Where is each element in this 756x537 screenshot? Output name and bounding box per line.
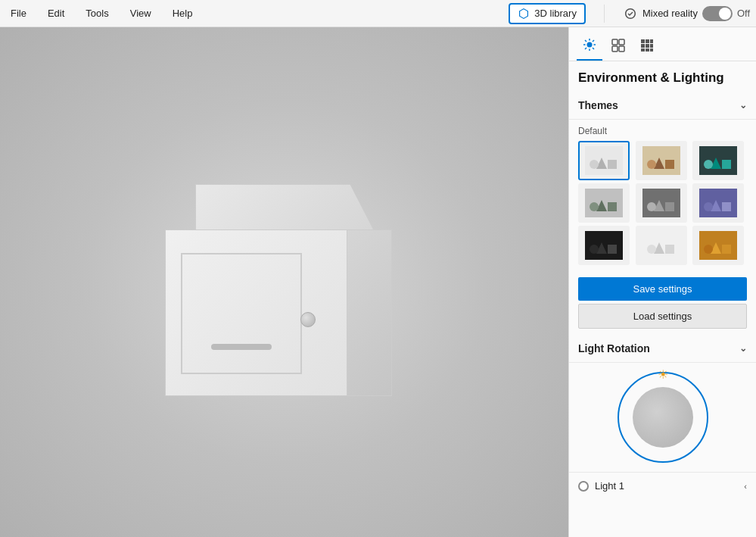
right-panel: Environment & Lighting Themes ⌄ Default bbox=[568, 27, 756, 537]
mixed-reality-section: Mixed reality Off bbox=[623, 6, 750, 21]
menu-edit[interactable]: Edit bbox=[43, 5, 69, 22]
svg-rect-11 bbox=[612, 46, 618, 52]
svg-rect-14 bbox=[646, 39, 649, 43]
theme-preview-4 bbox=[580, 185, 628, 221]
light-1-label: Light 1 bbox=[595, 480, 624, 492]
svg-rect-15 bbox=[650, 39, 653, 43]
svg-line-5 bbox=[585, 40, 586, 42]
svg-rect-22 bbox=[585, 146, 623, 175]
theme-item-7[interactable] bbox=[578, 226, 630, 265]
svg-point-53 bbox=[647, 245, 656, 254]
theme-item-6[interactable] bbox=[692, 183, 744, 223]
svg-rect-21 bbox=[650, 48, 653, 52]
menu-file[interactable]: File bbox=[6, 5, 31, 22]
box-handle bbox=[211, 344, 272, 350]
theme-item-5[interactable] bbox=[636, 183, 687, 223]
svg-rect-26 bbox=[642, 146, 680, 175]
theme-preview-8 bbox=[637, 227, 686, 264]
svg-rect-18 bbox=[650, 44, 653, 48]
theme-item-2[interactable] bbox=[636, 141, 687, 180]
svg-line-7 bbox=[593, 40, 594, 42]
light-1-left: Light 1 bbox=[578, 480, 624, 492]
svg-rect-48 bbox=[608, 245, 617, 254]
svg-rect-30 bbox=[699, 146, 737, 175]
svg-point-0 bbox=[587, 42, 593, 48]
box-door bbox=[181, 253, 302, 374]
svg-rect-46 bbox=[585, 231, 623, 260]
svg-point-41 bbox=[647, 202, 656, 211]
themes-content: Default bbox=[569, 120, 756, 271]
svg-rect-10 bbox=[619, 39, 624, 45]
svg-rect-54 bbox=[699, 231, 737, 260]
svg-point-29 bbox=[647, 160, 656, 169]
light-1-radio[interactable] bbox=[578, 481, 589, 492]
menubar: File Edit Tools View Help 3D library Mix… bbox=[0, 0, 756, 27]
box-right-face bbox=[347, 229, 392, 396]
light-rotation-content: ☀ bbox=[569, 363, 756, 472]
themes-grid bbox=[578, 141, 747, 265]
theme-item-8[interactable] bbox=[636, 226, 687, 265]
svg-rect-17 bbox=[646, 44, 649, 48]
svg-rect-32 bbox=[722, 160, 731, 169]
light-1-item[interactable]: Light 1 ‹ bbox=[569, 472, 756, 499]
separator bbox=[604, 5, 605, 23]
svg-point-37 bbox=[590, 202, 599, 211]
light-rotation-chevron: ⌄ bbox=[739, 343, 747, 354]
sun-icon: ☀ bbox=[658, 367, 668, 382]
theme-preview-3 bbox=[694, 142, 742, 179]
save-settings-button[interactable]: Save settings bbox=[578, 277, 747, 301]
svg-rect-12 bbox=[619, 46, 624, 52]
viewport[interactable] bbox=[0, 27, 568, 537]
menu-view[interactable]: View bbox=[126, 5, 156, 22]
main-content: Environment & Lighting Themes ⌄ Default bbox=[0, 27, 756, 537]
svg-rect-56 bbox=[722, 245, 731, 254]
svg-rect-19 bbox=[641, 48, 645, 52]
svg-rect-28 bbox=[665, 160, 674, 169]
sun-tab-icon bbox=[583, 38, 596, 52]
3d-library-button[interactable]: 3D library bbox=[509, 3, 586, 24]
svg-point-49 bbox=[590, 245, 599, 254]
layout-tab-icon bbox=[640, 39, 654, 52]
grid-tab-icon bbox=[611, 39, 625, 52]
theme-item-4[interactable] bbox=[578, 183, 630, 223]
3d-box bbox=[135, 184, 377, 381]
section-title: Environment & Lighting bbox=[569, 61, 756, 92]
box-front-face bbox=[165, 229, 377, 396]
svg-line-6 bbox=[593, 48, 594, 49]
cube-icon bbox=[518, 8, 530, 20]
theme-item-9[interactable] bbox=[692, 226, 744, 265]
theme-preview-6 bbox=[694, 185, 742, 221]
svg-rect-50 bbox=[642, 231, 680, 260]
theme-item-3[interactable] bbox=[692, 141, 744, 180]
svg-point-33 bbox=[704, 160, 713, 169]
dial-inner bbox=[633, 387, 693, 448]
tab-grid[interactable] bbox=[605, 34, 631, 60]
svg-rect-42 bbox=[699, 189, 737, 217]
svg-rect-20 bbox=[646, 48, 649, 52]
mixed-reality-toggle[interactable] bbox=[702, 6, 733, 21]
theme-preview-9 bbox=[694, 227, 742, 264]
theme-item-1[interactable] bbox=[578, 141, 630, 180]
rotation-dial[interactable]: ☀ bbox=[618, 372, 708, 463]
theme-preview-7 bbox=[580, 227, 628, 264]
load-settings-button[interactable]: Load settings bbox=[578, 304, 747, 329]
light-1-chevron: ‹ bbox=[744, 482, 747, 491]
menu-help[interactable]: Help bbox=[168, 5, 198, 22]
theme-preview-5 bbox=[637, 185, 686, 221]
box-knob bbox=[300, 312, 316, 327]
themes-header[interactable]: Themes ⌄ bbox=[569, 92, 756, 120]
light-rotation-header[interactable]: Light Rotation ⌄ bbox=[569, 335, 756, 363]
svg-rect-9 bbox=[612, 39, 618, 45]
svg-rect-52 bbox=[665, 245, 674, 254]
menu-tools[interactable]: Tools bbox=[81, 5, 113, 22]
svg-rect-24 bbox=[608, 160, 617, 169]
svg-point-25 bbox=[590, 160, 599, 169]
theme-preview-1 bbox=[580, 142, 628, 179]
svg-point-57 bbox=[704, 245, 713, 254]
svg-rect-34 bbox=[585, 189, 623, 217]
svg-rect-44 bbox=[722, 202, 731, 211]
svg-rect-36 bbox=[608, 202, 617, 211]
themes-default-label: Default bbox=[578, 126, 747, 136]
tab-layout[interactable] bbox=[634, 34, 660, 60]
tab-environment[interactable] bbox=[577, 33, 602, 61]
